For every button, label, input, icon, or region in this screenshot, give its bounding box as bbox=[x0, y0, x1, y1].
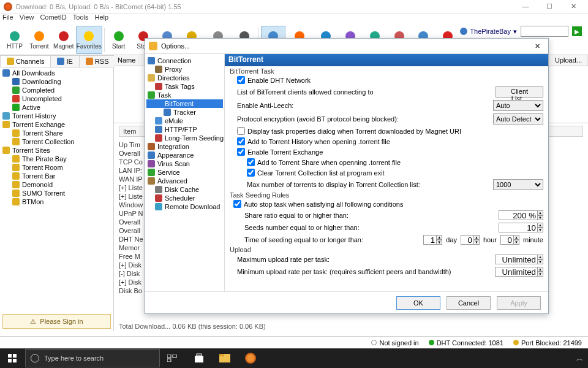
checkbox-torrent-exchange[interactable]: Enable Torrent Exchange bbox=[237, 148, 323, 156]
status-port: Port Blocked: 21499 bbox=[513, 339, 582, 347]
options-tree-remote-download[interactable]: Remote Download bbox=[146, 202, 223, 211]
piratebay-dropdown[interactable]: ThePirateBay ▾ bbox=[460, 28, 517, 36]
sidebar-item-sumo-torrent[interactable]: SUMO Torrent bbox=[2, 189, 111, 197]
item-icon bbox=[12, 129, 20, 137]
sidebar-item-btmon[interactable]: BTMon bbox=[2, 197, 111, 206]
spin-up[interactable]: ▲ bbox=[537, 223, 543, 228]
tray-chevron-icon: ︿ bbox=[576, 354, 583, 363]
input-min-upload[interactable] bbox=[495, 267, 538, 277]
cancel-button[interactable]: Cancel bbox=[447, 296, 491, 310]
menu-file[interactable]: File bbox=[2, 13, 13, 25]
sidebar-item-torrent-share[interactable]: Torrent Share bbox=[2, 129, 111, 137]
maximize-button[interactable]: ☐ bbox=[538, 2, 560, 10]
minimize-button[interactable]: — bbox=[514, 2, 537, 10]
client-list-button[interactable]: Client List... bbox=[496, 86, 543, 98]
taskbar-app-store[interactable] bbox=[187, 348, 211, 368]
sidebar-item-all-downloads[interactable]: All Downloads bbox=[2, 69, 111, 77]
list-col-upload[interactable]: Upload... bbox=[551, 55, 588, 66]
options-tree-task-tags[interactable]: Task Tags bbox=[146, 82, 223, 91]
spin-down[interactable]: ▼ bbox=[537, 215, 543, 220]
spin-up[interactable]: ▲ bbox=[537, 210, 543, 215]
toolbar-start[interactable]: Start bbox=[107, 26, 131, 54]
item-icon bbox=[12, 86, 20, 94]
input-share-ratio[interactable] bbox=[499, 210, 538, 220]
options-tree-emule[interactable]: eMule bbox=[146, 117, 223, 125]
dialog-close-button[interactable]: ✕ bbox=[530, 42, 545, 50]
sidebar-item-torrent-history[interactable]: Torrent History bbox=[2, 112, 111, 120]
options-tree-virus-scan[interactable]: Virus Scan bbox=[146, 159, 223, 168]
sign-in-button[interactable]: ⚠ Please Sign in bbox=[2, 314, 111, 329]
select-anti-leech[interactable]: Auto bbox=[493, 100, 543, 111]
options-tree-appearance[interactable]: Appearance bbox=[146, 151, 223, 159]
options-tree-task[interactable]: Task bbox=[146, 91, 223, 99]
toolbar-torrent[interactable]: Torrent bbox=[27, 26, 51, 54]
task-view-button[interactable] bbox=[160, 348, 184, 368]
checkbox-clear-collection[interactable]: Clear Torrent Collection list at program… bbox=[247, 169, 385, 177]
menu-view[interactable]: View bbox=[20, 13, 34, 25]
sidebar-tab-ie[interactable]: IE bbox=[50, 55, 79, 67]
sidebar-item-downloading[interactable]: Downloading bbox=[2, 77, 111, 86]
sidebar-tab-channels[interactable]: Channels bbox=[0, 55, 51, 67]
options-tree-scheduler[interactable]: Scheduler bbox=[146, 194, 223, 202]
menu-tools[interactable]: Tools bbox=[73, 13, 89, 25]
close-button[interactable]: ✕ bbox=[562, 2, 584, 10]
taskbar-app-explorer[interactable] bbox=[213, 348, 237, 368]
item-icon bbox=[2, 112, 10, 120]
sidebar-item-demonoid[interactable]: Demonoid bbox=[2, 180, 111, 189]
options-tree-advanced[interactable]: Advanced bbox=[146, 177, 223, 185]
stats-col-item[interactable]: Item bbox=[119, 126, 140, 136]
apply-button[interactable]: Apply bbox=[497, 296, 541, 310]
options-tree-service[interactable]: Service bbox=[146, 168, 223, 177]
taskbar-search[interactable]: Type here to search bbox=[25, 349, 160, 367]
taskbar-app-bitcomet[interactable] bbox=[238, 348, 263, 368]
sidebar-item-torrent-exchange[interactable]: Torrent Exchange bbox=[2, 120, 111, 129]
menu-cometid[interactable]: CometID bbox=[40, 13, 66, 25]
select-max-collection[interactable]: 1000 bbox=[493, 179, 543, 190]
options-tree-long-term-seeding[interactable]: Long-Term Seeding bbox=[146, 134, 223, 142]
checkbox-torrent-history[interactable]: Add to Torrent History when opening .tor… bbox=[237, 137, 390, 145]
options-tree-bittorrent[interactable]: BitTorrent bbox=[146, 99, 223, 108]
port-dot-icon bbox=[513, 340, 519, 345]
options-tree-tracker[interactable]: Tracker bbox=[146, 108, 223, 117]
menu-help[interactable]: Help bbox=[94, 13, 108, 25]
input-time-hour[interactable] bbox=[461, 235, 474, 245]
input-time-day[interactable] bbox=[423, 235, 437, 245]
sidebar-item-active[interactable]: Active bbox=[2, 103, 111, 112]
sidebar-tabs: ChannelsIERSS bbox=[0, 55, 113, 67]
label-seeds-number: Seeds number equal to or higher than: bbox=[244, 224, 495, 231]
input-seeds-number[interactable] bbox=[499, 223, 538, 232]
checkbox-torrent-share[interactable]: Add to Torrent Share when openning .torr… bbox=[247, 158, 401, 166]
toolbar-favorites[interactable]: Favorites bbox=[76, 26, 102, 54]
sidebar-item-torrent-collection[interactable]: Torrent Collection bbox=[2, 137, 111, 146]
system-tray[interactable]: ︿ bbox=[576, 354, 588, 363]
select-protocol-encryption[interactable]: Auto Detect bbox=[493, 113, 543, 125]
checkbox-magnet-dialog[interactable]: Display task properties dialog when Torr… bbox=[237, 127, 461, 135]
input-time-min[interactable] bbox=[500, 235, 514, 245]
sidebar-tab-rss[interactable]: RSS bbox=[79, 55, 116, 67]
sidebar-item-torrent-room[interactable]: Torrent Room bbox=[2, 163, 111, 172]
group-bittorrent-task: BitTorrent Task bbox=[230, 67, 543, 75]
ok-button[interactable]: OK bbox=[396, 296, 440, 310]
options-tree-proxy[interactable]: Proxy bbox=[146, 65, 223, 74]
toolbar-magnet[interactable]: Magnet bbox=[51, 26, 76, 54]
sidebar-item-completed[interactable]: Completed bbox=[2, 86, 111, 94]
options-tree-integration[interactable]: Integration bbox=[146, 142, 223, 151]
toolbar-http[interactable]: HTTP bbox=[2, 26, 27, 54]
checkbox-enable-dht[interactable]: Enable DHT Network bbox=[237, 76, 311, 84]
list-col-name[interactable]: Name bbox=[114, 55, 138, 66]
sidebar-item-uncompleted[interactable]: Uncompleted bbox=[2, 94, 111, 103]
options-tree-disk-cache[interactable]: Disk Cache bbox=[146, 185, 223, 194]
input-max-upload[interactable] bbox=[495, 255, 538, 264]
toolbar-search-input[interactable] bbox=[521, 26, 568, 37]
options-tree-directories[interactable]: Directories bbox=[146, 74, 223, 82]
sidebar-item-torrent-sites[interactable]: Torrent Sites bbox=[2, 146, 111, 155]
start-button[interactable] bbox=[0, 348, 24, 368]
options-tree-connection[interactable]: Connection bbox=[146, 56, 223, 65]
options-tree-http-ftp[interactable]: HTTP/FTP bbox=[146, 125, 223, 134]
sidebar-item-the-pirate-bay[interactable]: The Pirate Bay bbox=[2, 155, 111, 163]
checkbox-auto-stop[interactable]: Auto stop task when satisfying all follo… bbox=[233, 200, 403, 208]
tree-icon bbox=[148, 169, 155, 176]
sidebar-item-torrent-bar[interactable]: Torrent Bar bbox=[2, 172, 111, 180]
spin-down[interactable]: ▼ bbox=[537, 228, 543, 232]
search-go-button[interactable]: ▶ bbox=[572, 26, 582, 36]
